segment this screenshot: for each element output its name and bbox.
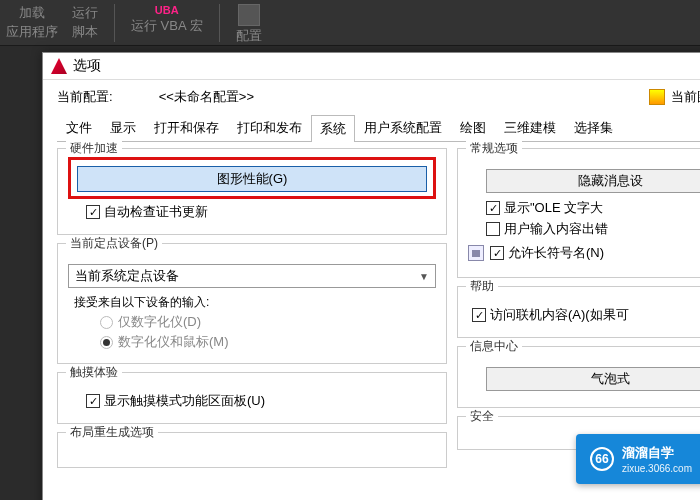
group-layout-regen: 布局重生成选项: [57, 432, 447, 468]
radio-digitizer-only: 仅数字化仪(D): [100, 313, 436, 331]
watermark: 66 溜溜自学 zixue.3066.com: [576, 434, 700, 484]
graphics-performance-button[interactable]: 图形性能(G): [77, 166, 427, 192]
vba-icon: UBA: [155, 4, 179, 16]
titlebar: 选项: [43, 53, 700, 80]
ribbon-group-config[interactable]: 配置: [236, 4, 262, 45]
tabstrip: 文件 显示 打开和保存 打印和发布 系统 用户系统配置 绘图 三维建模 选择集: [57, 114, 700, 142]
checkbox-icon: [490, 246, 504, 260]
tab-display[interactable]: 显示: [101, 114, 145, 141]
group-hardware-accel: 硬件加速 图形性能(G) 自动检查证书更新: [57, 148, 447, 235]
group-title-info: 信息中心: [466, 338, 522, 355]
tab-user-prefs[interactable]: 用户系统配置: [355, 114, 451, 141]
database-icon: [468, 245, 484, 261]
highlight-frame: 图形性能(G): [68, 157, 436, 199]
config-icon: [238, 4, 260, 26]
checkbox-icon: [486, 222, 500, 236]
tab-open-save[interactable]: 打开和保存: [145, 114, 228, 141]
balloon-button[interactable]: 气泡式: [486, 367, 700, 391]
app-icon: [51, 58, 67, 74]
chk-online-help[interactable]: 访问联机内容(A)(如果可: [472, 306, 700, 324]
chk-touch-ribbon[interactable]: 显示触摸模式功能区面板(U): [86, 392, 436, 410]
chevron-down-icon: ▼: [419, 271, 429, 282]
group-title-help: 帮助: [466, 278, 498, 295]
ribbon-separator: [219, 4, 220, 42]
radio-digitizer-and-mouse: 数字化仪和鼠标(M): [100, 333, 436, 351]
tab-drafting[interactable]: 绘图: [451, 114, 495, 141]
watermark-url: zixue.3066.com: [622, 463, 692, 474]
tab-3d-modeling[interactable]: 三维建模: [495, 114, 565, 141]
ribbon: 加载 应用程序 运行 脚本 UBA 运行 VBA 宏 配置: [0, 0, 700, 46]
group-title-layout: 布局重生成选项: [66, 424, 158, 441]
ribbon-group-vba[interactable]: UBA 运行 VBA 宏: [131, 4, 203, 35]
tab-system[interactable]: 系统: [311, 115, 355, 142]
watermark-brand: 溜溜自学: [622, 445, 674, 460]
radio-icon: [100, 316, 113, 329]
group-title-general: 常规选项: [466, 140, 522, 157]
group-title-hw: 硬件加速: [66, 140, 122, 157]
chk-user-input-error[interactable]: 用户输入内容出错: [486, 220, 700, 238]
group-infocenter: 信息中心 气泡式: [457, 346, 700, 408]
profile-row: 当前配置: <<未命名配置>> 当前图形:: [57, 88, 700, 106]
group-touch: 触摸体验 显示触摸模式功能区面板(U): [57, 372, 447, 424]
tab-print-publish[interactable]: 打印和发布: [228, 114, 311, 141]
hidden-messages-button[interactable]: 隐藏消息设: [486, 169, 700, 193]
current-profile-label: 当前配置:: [57, 88, 113, 106]
checkbox-icon: [486, 201, 500, 215]
chk-long-symbol-names[interactable]: 允许长符号名(N): [490, 244, 604, 262]
ribbon-group-load[interactable]: 加载 应用程序: [6, 4, 58, 41]
watermark-logo-icon: 66: [590, 447, 614, 471]
accept-input-label: 接受来自以下设备的输入:: [74, 294, 436, 311]
options-dialog: 选项 当前配置: <<未命名配置>> 当前图形: 文件 显示 打开和保存 打印和…: [42, 52, 700, 500]
group-title-pointing: 当前定点设备(P): [66, 235, 162, 252]
checkbox-icon: [86, 205, 100, 219]
current-drawing-label: 当前图形:: [671, 88, 700, 106]
group-general: 常规选项 隐藏消息设 显示"OLE 文字大 用户输入内容出错: [457, 148, 700, 278]
tab-selection[interactable]: 选择集: [565, 114, 622, 141]
tab-file[interactable]: 文件: [57, 114, 101, 141]
chk-auto-cert-update[interactable]: 自动检查证书更新: [86, 203, 436, 221]
pointing-device-combo[interactable]: 当前系统定点设备 ▼: [68, 264, 436, 288]
group-title-touch: 触摸体验: [66, 364, 122, 381]
dialog-title: 选项: [73, 57, 101, 75]
group-title-security: 安全: [466, 408, 498, 425]
group-help: 帮助 访问联机内容(A)(如果可: [457, 286, 700, 338]
current-profile-value: <<未命名配置>>: [159, 88, 254, 106]
ribbon-separator: [114, 4, 115, 42]
radio-icon: [100, 336, 113, 349]
ribbon-group-run[interactable]: 运行 脚本: [72, 4, 98, 41]
group-pointing-device: 当前定点设备(P) 当前系统定点设备 ▼ 接受来自以下设备的输入: 仅数字化仪(…: [57, 243, 447, 364]
chk-show-ole[interactable]: 显示"OLE 文字大: [486, 199, 700, 217]
drawing-icon: [649, 89, 665, 105]
checkbox-icon: [86, 394, 100, 408]
checkbox-icon: [472, 308, 486, 322]
